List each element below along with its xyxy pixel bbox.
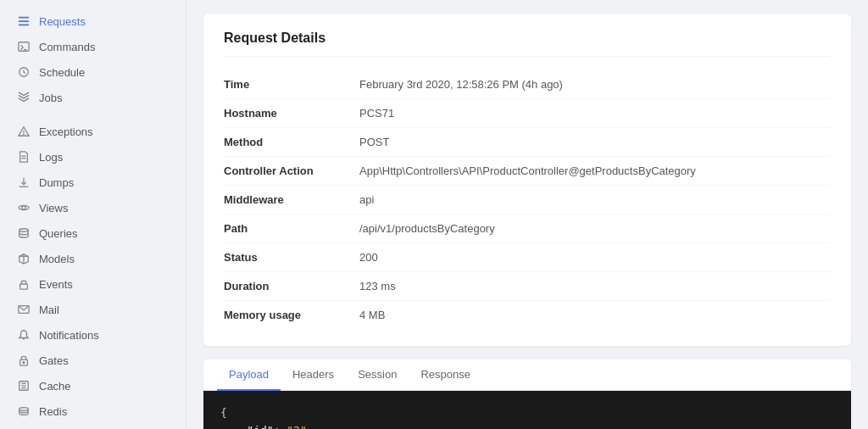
- svg-point-14: [19, 229, 29, 232]
- detail-row-middleware: Middleware api: [224, 186, 831, 214]
- database-icon: [17, 226, 31, 240]
- svg-point-8: [24, 134, 25, 135]
- svg-point-13: [22, 206, 25, 209]
- value-hostname: PCS71: [359, 107, 394, 120]
- value-method: POST: [359, 136, 389, 148]
- detail-row-memory-usage: Memory usage 4 MB: [224, 301, 831, 329]
- sidebar-item-label: Redis: [39, 405, 67, 418]
- svg-rect-1: [19, 20, 29, 22]
- sidebar: Requests Commands Schedule: [0, 0, 186, 429]
- sidebar-item-notifications[interactable]: Notifications: [0, 322, 186, 348]
- main-content: Request Details Time February 3rd 2020, …: [186, 0, 868, 429]
- sidebar-item-exceptions[interactable]: Exceptions: [0, 119, 186, 144]
- sidebar-item-models[interactable]: Models: [0, 246, 186, 271]
- tab-payload-content: { "id": "2", "min": "0", "max": "1000" }: [203, 391, 851, 429]
- detail-row-duration: Duration 123 ms: [224, 272, 831, 301]
- tabs-card: Payload Headers Session Response { "id":…: [203, 359, 851, 429]
- svg-point-26: [19, 408, 29, 411]
- value-time: February 3rd 2020, 12:58:26 PM (4h ago): [359, 78, 563, 91]
- tab-session[interactable]: Session: [346, 359, 409, 391]
- sidebar-item-views[interactable]: Views: [0, 195, 186, 220]
- label-status: Status: [224, 251, 359, 264]
- sidebar-item-label: Cache: [39, 380, 71, 393]
- tab-response[interactable]: Response: [409, 359, 482, 391]
- layers-icon: [17, 91, 31, 104]
- detail-row-hostname: Hostname PCS71: [224, 99, 831, 128]
- list-icon: [17, 14, 31, 28]
- card-title: Request Details: [224, 31, 831, 57]
- value-status: 200: [359, 251, 378, 264]
- sidebar-item-requests[interactable]: Requests: [0, 8, 186, 34]
- alert-icon: [17, 125, 31, 138]
- sidebar-item-jobs[interactable]: Jobs: [0, 85, 186, 110]
- value-path: /api/v1/productsByCategory: [359, 222, 495, 235]
- tab-headers[interactable]: Headers: [281, 359, 346, 391]
- sidebar-item-label: Events: [39, 278, 73, 291]
- sidebar-item-label: Dumps: [39, 176, 74, 189]
- label-middleware: Middleware: [224, 193, 359, 206]
- mail-icon: [17, 303, 31, 316]
- sidebar-item-label: Commands: [39, 41, 95, 53]
- terminal-icon: [17, 40, 31, 53]
- sidebar-item-events[interactable]: Events: [0, 271, 186, 297]
- bell-icon: [17, 328, 31, 342]
- detail-row-time: Time February 3rd 2020, 12:58:26 PM (4h …: [224, 70, 831, 99]
- gate-icon: [17, 354, 31, 367]
- tab-payload[interactable]: Payload: [217, 359, 281, 391]
- label-controller-action: Controller Action: [224, 164, 359, 177]
- cache-icon: [17, 379, 31, 393]
- svg-point-21: [23, 362, 25, 364]
- sidebar-item-label: Requests: [39, 15, 86, 28]
- detail-row-status: Status 200: [224, 243, 831, 272]
- tabs-header: Payload Headers Session Response: [203, 359, 851, 391]
- clock-icon: [17, 65, 31, 79]
- sidebar-item-label: Views: [39, 202, 68, 214]
- eye-icon: [17, 201, 31, 214]
- label-hostname: Hostname: [224, 107, 359, 120]
- redis-icon: [17, 404, 31, 418]
- request-details-card: Request Details Time February 3rd 2020, …: [203, 14, 851, 346]
- svg-rect-17: [20, 284, 28, 289]
- sidebar-item-redis[interactable]: Redis: [0, 398, 186, 424]
- sidebar-item-commands[interactable]: Commands: [0, 34, 186, 59]
- sidebar-item-dumps[interactable]: Dumps: [0, 170, 186, 195]
- sidebar-item-label: Schedule: [39, 66, 85, 79]
- sidebar-item-cache[interactable]: Cache: [0, 373, 186, 398]
- value-duration: 123 ms: [359, 280, 396, 292]
- value-memory-usage: 4 MB: [359, 309, 385, 321]
- sidebar-item-label: Mail: [39, 304, 59, 316]
- svg-rect-0: [19, 17, 29, 19]
- value-controller-action: App\Http\Controllers\API\ProductControll…: [359, 164, 696, 177]
- lock-icon: [17, 277, 31, 291]
- detail-row-controller-action: Controller Action App\Http\Controllers\A…: [224, 157, 831, 186]
- sidebar-item-label: Jobs: [39, 92, 62, 104]
- box-icon: [17, 252, 31, 265]
- detail-rows: Time February 3rd 2020, 12:58:26 PM (4h …: [224, 70, 831, 329]
- value-middleware: api: [359, 193, 374, 206]
- sidebar-item-label: Exceptions: [39, 125, 93, 138]
- label-method: Method: [224, 136, 359, 148]
- sidebar-item-label: Queries: [39, 227, 78, 240]
- sidebar-item-label: Gates: [39, 354, 69, 367]
- label-duration: Duration: [224, 280, 359, 292]
- sidebar-item-mail[interactable]: Mail: [0, 297, 186, 322]
- sidebar-item-schedule[interactable]: Schedule: [0, 59, 186, 85]
- label-memory-usage: Memory usage: [224, 309, 359, 321]
- svg-rect-2: [19, 25, 29, 26]
- sidebar-item-queries[interactable]: Queries: [0, 220, 186, 246]
- sidebar-item-label: Logs: [39, 151, 63, 164]
- label-time: Time: [224, 78, 359, 91]
- label-path: Path: [224, 222, 359, 235]
- detail-row-method: Method POST: [224, 128, 831, 157]
- sidebar-item-gates[interactable]: Gates: [0, 348, 186, 373]
- file-icon: [17, 150, 31, 164]
- sidebar-item-label: Models: [39, 253, 75, 265]
- sidebar-item-label: Notifications: [39, 329, 99, 342]
- sidebar-item-logs[interactable]: Logs: [0, 144, 186, 170]
- download-icon: [17, 176, 31, 189]
- detail-row-path: Path /api/v1/productsByCategory: [224, 214, 831, 243]
